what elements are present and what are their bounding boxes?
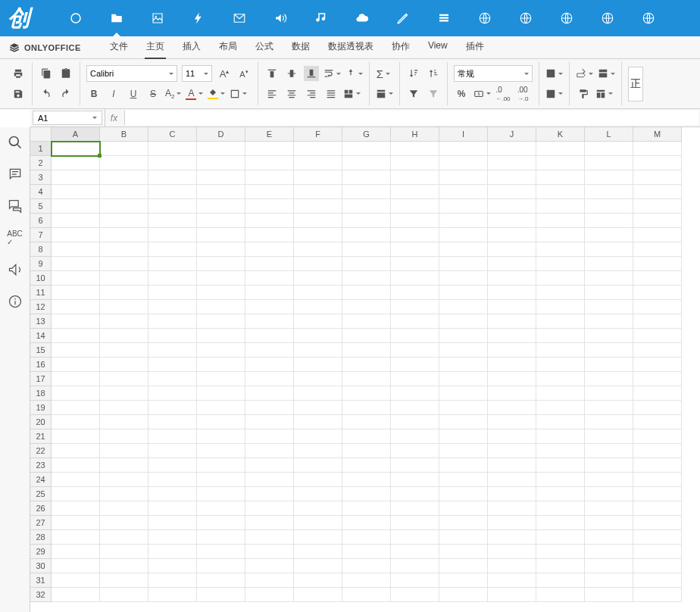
row-header[interactable]: 5 bbox=[30, 199, 52, 214]
cell[interactable] bbox=[100, 458, 148, 473]
cell[interactable] bbox=[52, 228, 100, 242]
cell[interactable] bbox=[391, 170, 439, 185]
cell[interactable] bbox=[585, 170, 633, 185]
menu-item[interactable]: 公式 bbox=[254, 36, 275, 59]
cell[interactable] bbox=[439, 588, 488, 602]
row-header[interactable]: 21 bbox=[30, 429, 52, 444]
cell[interactable] bbox=[197, 329, 245, 343]
cell[interactable] bbox=[585, 257, 633, 271]
cell[interactable] bbox=[100, 329, 148, 343]
cell[interactable] bbox=[633, 199, 682, 214]
borders-button[interactable] bbox=[230, 86, 247, 101]
cell[interactable] bbox=[633, 372, 682, 386]
cell[interactable] bbox=[391, 300, 439, 314]
cell[interactable] bbox=[585, 358, 633, 372]
cell[interactable] bbox=[488, 343, 536, 358]
cell[interactable] bbox=[536, 343, 585, 358]
cell[interactable] bbox=[342, 271, 391, 286]
cell[interactable] bbox=[488, 358, 536, 372]
cell[interactable] bbox=[633, 185, 682, 199]
cell[interactable] bbox=[52, 300, 100, 314]
cell[interactable] bbox=[52, 286, 100, 300]
cell[interactable] bbox=[439, 300, 488, 314]
cell[interactable] bbox=[342, 257, 391, 271]
cell[interactable] bbox=[245, 487, 294, 501]
cell[interactable] bbox=[439, 372, 488, 386]
italic-button[interactable]: I bbox=[106, 86, 121, 101]
fill-color-button[interactable] bbox=[208, 86, 225, 101]
cell[interactable] bbox=[342, 588, 391, 602]
cell[interactable] bbox=[536, 588, 585, 602]
cell[interactable] bbox=[197, 242, 245, 257]
globe-icon[interactable] bbox=[477, 11, 492, 26]
cell[interactable] bbox=[439, 386, 488, 401]
cell[interactable] bbox=[536, 314, 585, 329]
row-header[interactable]: 22 bbox=[30, 444, 52, 458]
cell[interactable] bbox=[439, 358, 488, 372]
cell[interactable] bbox=[536, 329, 585, 343]
row-header[interactable]: 23 bbox=[30, 458, 52, 473]
cell[interactable] bbox=[585, 516, 633, 530]
cell[interactable] bbox=[585, 429, 633, 444]
cell[interactable] bbox=[52, 372, 100, 386]
cell[interactable] bbox=[100, 487, 148, 501]
cell[interactable] bbox=[391, 516, 439, 530]
cell[interactable] bbox=[148, 559, 197, 573]
cell[interactable] bbox=[536, 242, 585, 257]
cell[interactable] bbox=[197, 170, 245, 185]
cell[interactable] bbox=[391, 156, 439, 170]
cell[interactable] bbox=[488, 329, 536, 343]
cell[interactable] bbox=[633, 286, 682, 300]
menu-item[interactable]: 插件 bbox=[464, 36, 486, 59]
cell[interactable] bbox=[148, 588, 197, 602]
wrap-text-button[interactable] bbox=[323, 66, 341, 81]
cell[interactable] bbox=[342, 559, 391, 573]
cell[interactable] bbox=[245, 170, 294, 185]
cell[interactable] bbox=[52, 343, 100, 358]
cell[interactable] bbox=[536, 444, 585, 458]
increase-decimal-button[interactable]: .00→.0 bbox=[515, 86, 530, 101]
cell[interactable] bbox=[294, 314, 342, 329]
cell[interactable] bbox=[633, 516, 682, 530]
cell[interactable] bbox=[148, 170, 197, 185]
bold-button[interactable]: B bbox=[86, 86, 102, 101]
cell[interactable] bbox=[439, 185, 488, 199]
cell[interactable] bbox=[391, 501, 439, 516]
cell[interactable] bbox=[197, 386, 245, 401]
cell[interactable] bbox=[245, 444, 294, 458]
menu-item[interactable]: 布局 bbox=[217, 36, 239, 59]
fx-icon[interactable]: fx bbox=[105, 109, 123, 126]
cell[interactable] bbox=[488, 170, 536, 185]
cell[interactable] bbox=[439, 530, 488, 545]
cell[interactable] bbox=[342, 401, 391, 415]
cell[interactable] bbox=[585, 242, 633, 257]
sort-asc-button[interactable] bbox=[406, 66, 421, 81]
cell[interactable] bbox=[197, 573, 245, 588]
underline-button[interactable]: U bbox=[126, 86, 141, 101]
cell[interactable] bbox=[488, 573, 536, 588]
cell[interactable] bbox=[52, 444, 100, 458]
cell[interactable] bbox=[585, 415, 633, 429]
cell[interactable] bbox=[148, 573, 197, 588]
cell[interactable] bbox=[633, 458, 682, 473]
globe-icon[interactable] bbox=[559, 11, 574, 26]
cell[interactable] bbox=[245, 530, 294, 545]
cell[interactable] bbox=[633, 358, 682, 372]
menu-item[interactable]: 协作 bbox=[390, 36, 411, 59]
cell[interactable] bbox=[633, 343, 682, 358]
cell[interactable] bbox=[245, 516, 294, 530]
cell[interactable] bbox=[294, 228, 342, 242]
row-header[interactable]: 6 bbox=[30, 214, 52, 228]
cell[interactable] bbox=[342, 156, 391, 170]
cell[interactable] bbox=[633, 588, 682, 602]
cell[interactable] bbox=[148, 257, 197, 271]
row-header[interactable]: 26 bbox=[30, 501, 52, 516]
cell[interactable] bbox=[633, 314, 682, 329]
cell[interactable] bbox=[342, 314, 391, 329]
cell[interactable] bbox=[245, 329, 294, 343]
cell[interactable] bbox=[52, 271, 100, 286]
cell[interactable] bbox=[52, 185, 100, 199]
cell[interactable] bbox=[294, 559, 342, 573]
cell[interactable] bbox=[245, 271, 294, 286]
cell[interactable] bbox=[52, 401, 100, 415]
